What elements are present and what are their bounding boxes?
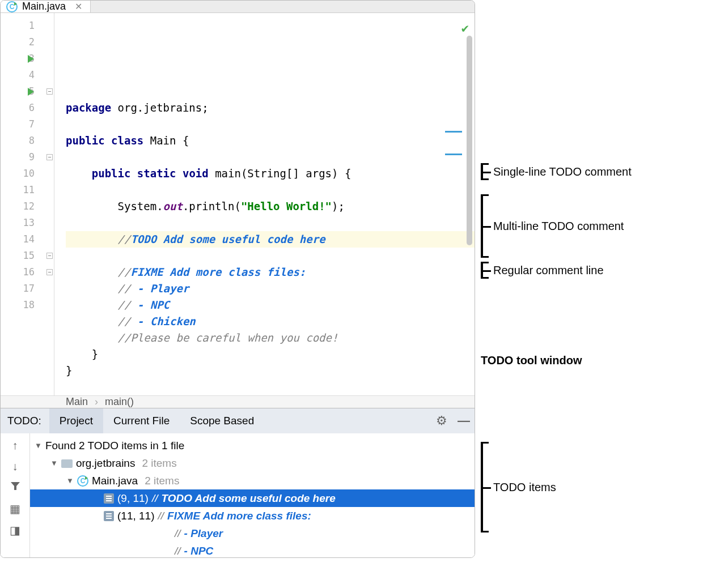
svg-text:C: C bbox=[10, 3, 15, 11]
gutter-line[interactable]: 14 bbox=[1, 231, 54, 248]
todo-item[interactable]: (9, 11) //TODO Add some useful code here bbox=[30, 489, 475, 507]
tab-filename: Main.java bbox=[22, 1, 66, 12]
todo-item-continuation[interactable]: // - Player bbox=[30, 525, 475, 542]
gutter-line[interactable]: 1 bbox=[1, 18, 54, 34]
code-line[interactable]: // - NPC bbox=[66, 297, 475, 313]
code-line[interactable]: //Please be careful when you code! bbox=[66, 330, 475, 346]
arrow-up-icon[interactable]: ↑ bbox=[12, 439, 18, 452]
annotation-tool-window: TODO tool window bbox=[481, 354, 582, 367]
fold-icon[interactable] bbox=[46, 88, 53, 95]
marker-stripe[interactable] bbox=[445, 131, 462, 133]
code-line[interactable]: System.out.println("Hello World!"); bbox=[66, 198, 475, 215]
marker-stripe[interactable] bbox=[445, 154, 462, 155]
code-line[interactable] bbox=[66, 149, 475, 165]
fold-icon[interactable] bbox=[46, 253, 53, 259]
annotation-single-line: Single-line TODO comment bbox=[493, 165, 632, 178]
todo-item[interactable]: (11, 11) //FIXME Add more class files: bbox=[30, 507, 475, 525]
gutter-line[interactable]: 17 bbox=[1, 280, 54, 297]
editor-tab-main[interactable]: C Main.java ✕ bbox=[1, 1, 91, 12]
gutter-line[interactable]: 10 bbox=[1, 165, 54, 182]
group-icon[interactable]: ▦ bbox=[10, 502, 20, 515]
chevron-down-icon: ▼ bbox=[50, 459, 58, 467]
tree-file[interactable]: ▼ C Main.java 2 items bbox=[30, 472, 475, 489]
annotation-multi-line: Multi-line TODO comment bbox=[493, 220, 624, 233]
code-line[interactable]: package org.jetbrains; bbox=[66, 100, 475, 116]
todo-tab-current-file[interactable]: Current File bbox=[103, 408, 180, 433]
annotation-regular: Regular comment line bbox=[493, 264, 604, 277]
code-line[interactable] bbox=[66, 116, 475, 133]
gutter-line[interactable]: 16 bbox=[1, 264, 54, 280]
todo-tab-project[interactable]: Project bbox=[49, 408, 103, 433]
gutter-line[interactable]: 4 bbox=[1, 67, 54, 83]
note-icon bbox=[104, 511, 114, 521]
code-line[interactable] bbox=[66, 248, 475, 264]
code-line[interactable]: //TODO Add some useful code here bbox=[66, 231, 475, 248]
editor-scrollbar[interactable] bbox=[467, 36, 472, 245]
chevron-down-icon: ▼ bbox=[35, 441, 42, 450]
filter-icon[interactable] bbox=[10, 481, 20, 494]
todo-tab-scope[interactable]: Scope Based bbox=[180, 408, 264, 433]
gutter-line[interactable]: 7 bbox=[1, 116, 54, 133]
svg-text:C: C bbox=[81, 477, 86, 485]
gutter-line[interactable]: 2 bbox=[1, 34, 54, 50]
code-area[interactable]: ✔ package org.jetbrains;public class Mai… bbox=[54, 13, 475, 395]
java-class-icon: C bbox=[6, 1, 18, 12]
code-line[interactable] bbox=[66, 215, 475, 231]
layout-icon[interactable]: ◨ bbox=[10, 523, 20, 537]
analysis-pass-icon: ✔ bbox=[461, 20, 469, 36]
todo-side-toolbar: ↑ ↓ ▦ ◨ bbox=[1, 433, 30, 558]
code-line[interactable] bbox=[66, 379, 475, 395]
gutter-line[interactable]: 8 bbox=[1, 133, 54, 149]
gutter-line[interactable]: 13 bbox=[1, 215, 54, 231]
fold-icon[interactable] bbox=[46, 154, 53, 160]
todo-tool-window: TODO: Project Current File Scope Based ⚙… bbox=[1, 408, 475, 558]
gutter: 123456789101112131415161718 bbox=[1, 13, 54, 395]
code-line[interactable]: } bbox=[66, 363, 475, 379]
code-editor[interactable]: 123456789101112131415161718 ✔ package or… bbox=[1, 13, 475, 395]
todo-panel-body: ↑ ↓ ▦ ◨ ▼ Found 2 TODO items in 1 file ▼… bbox=[1, 433, 475, 558]
close-icon[interactable]: ✕ bbox=[75, 1, 82, 12]
code-line[interactable]: public class Main { bbox=[66, 133, 475, 149]
editor-tabbar: C Main.java ✕ bbox=[1, 1, 475, 13]
gutter-line[interactable]: 9 bbox=[1, 149, 54, 165]
tree-package[interactable]: ▼ org.jetbrains 2 items bbox=[30, 454, 475, 472]
code-line[interactable]: } bbox=[66, 346, 475, 363]
breadcrumb: Main › main() bbox=[1, 395, 475, 408]
tree-summary[interactable]: ▼ Found 2 TODO items in 1 file bbox=[30, 437, 475, 454]
svg-marker-3 bbox=[11, 482, 20, 490]
code-line[interactable] bbox=[66, 182, 475, 198]
annotation-todo-items: TODO items bbox=[493, 481, 556, 494]
gutter-line[interactable]: 3 bbox=[1, 50, 54, 67]
package-icon bbox=[61, 459, 73, 468]
todo-item-continuation[interactable]: // - NPC bbox=[30, 542, 475, 558]
run-icon[interactable] bbox=[28, 55, 34, 63]
code-line[interactable]: public static void main(String[] args) { bbox=[66, 165, 475, 182]
annotations-layer: Single-line TODO comment Multi-line TODO… bbox=[481, 0, 696, 558]
gutter-line[interactable]: 12 bbox=[1, 198, 54, 215]
java-class-icon: C bbox=[77, 475, 88, 487]
chevron-right-icon: › bbox=[95, 396, 98, 408]
gutter-line[interactable]: 15 bbox=[1, 248, 54, 264]
run-icon[interactable] bbox=[28, 88, 34, 96]
code-line[interactable]: // - Player bbox=[66, 280, 475, 297]
gear-icon[interactable]: ⚙ bbox=[436, 414, 447, 428]
gutter-line[interactable]: 11 bbox=[1, 182, 54, 198]
gutter-line[interactable]: 18 bbox=[1, 297, 54, 313]
todo-panel-title: TODO: bbox=[7, 415, 41, 427]
code-line[interactable]: // - Chicken bbox=[66, 313, 475, 330]
breadcrumb-item[interactable]: Main bbox=[66, 396, 88, 408]
ide-window: C Main.java ✕ 12345678910111213141516171… bbox=[0, 0, 475, 558]
arrow-down-icon[interactable]: ↓ bbox=[12, 460, 18, 473]
note-icon bbox=[104, 493, 114, 504]
fold-icon[interactable] bbox=[46, 269, 53, 275]
todo-tree[interactable]: ▼ Found 2 TODO items in 1 file ▼ org.jet… bbox=[30, 433, 475, 558]
code-line[interactable]: //FIXME Add more class files: bbox=[66, 264, 475, 280]
todo-panel-header: TODO: Project Current File Scope Based ⚙… bbox=[1, 408, 475, 433]
gutter-line[interactable]: 6 bbox=[1, 100, 54, 116]
gutter-line[interactable]: 5 bbox=[1, 83, 54, 100]
chevron-down-icon: ▼ bbox=[66, 476, 74, 485]
breadcrumb-item[interactable]: main() bbox=[105, 396, 134, 408]
minimize-icon[interactable]: — bbox=[458, 414, 470, 428]
